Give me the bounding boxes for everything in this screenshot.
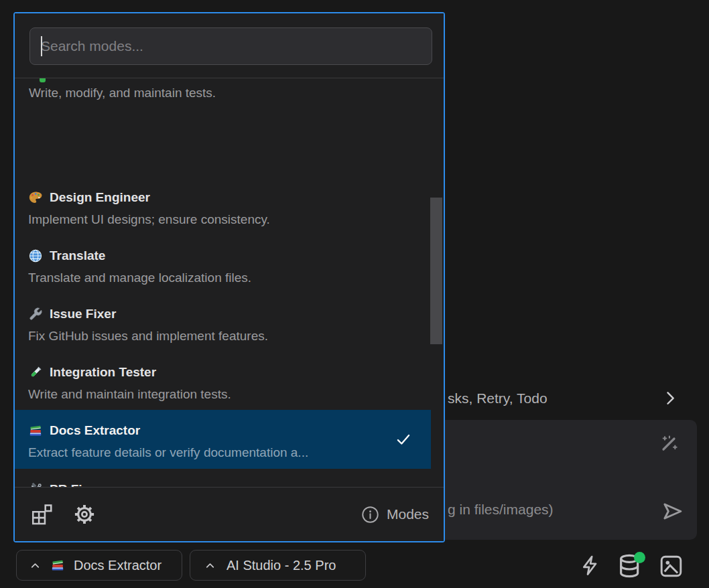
mode-item-issue-fixer[interactable]: Issue Fixer Fix GitHub issues and implem… [15,293,431,352]
send-icon[interactable] [660,499,685,524]
mode-list: Write, modify, and maintain tests. Desig… [15,78,444,490]
mode-description: Translate and manage localization files. [28,267,417,288]
books-icon [28,423,43,438]
info-icon[interactable] [361,506,379,524]
context-row-text: sks, Retry, Todo [448,390,547,407]
mode-name: Design Engineer [50,188,150,208]
chevron-up-icon [29,559,42,572]
mode-button-label: Docs Extractor [74,558,162,573]
books-icon [50,558,65,573]
modes-label: Modes [387,506,429,522]
mode-description: Implement UI designs; ensure consistency… [28,209,417,230]
mode-description: Write and maintain integration tests. [28,384,417,405]
globe-icon [28,248,43,263]
scrollbar-thumb[interactable] [430,198,442,344]
mode-name: Issue Fixer [50,304,116,324]
settings-gear-icon[interactable] [72,502,96,526]
mode-selector-button[interactable]: Docs Extractor [16,550,182,581]
chevron-right-icon[interactable] [661,388,680,407]
search-section [15,13,444,78]
text-caret [41,36,42,56]
mode-name: Translate [50,246,105,266]
mode-item-design-engineer[interactable]: Design Engineer Implement UI designs; en… [15,177,431,235]
mode-picker-dropdown: Write, modify, and maintain tests. Desig… [13,12,445,542]
auto-approve-bolt-icon[interactable] [579,554,602,577]
context-condense-row[interactable]: sks, Retry, Todo [448,388,697,409]
image-attach-icon[interactable] [658,553,684,579]
model-button-label: AI Studio - 2.5 Pro [227,558,336,573]
mode-item-partial-description: Write, modify, and maintain tests. [29,82,216,103]
chevron-up-icon [204,559,216,572]
screen: sks, Retry, Todo g in files/images) Docs… [0,0,709,588]
model-selector-button[interactable]: AI Studio - 2.5 Pro [190,550,366,581]
mode-description: Extract feature details or verify docume… [28,442,417,463]
mode-item-integration-tester[interactable]: Integration Tester Write and maintain in… [15,352,431,410]
chat-input-placeholder: g in files/images) [448,502,554,518]
mode-name: Docs Extractor [50,421,140,441]
mode-item-docs-extractor[interactable]: Docs Extractor Extract feature details o… [15,410,431,469]
palette-icon [28,190,43,205]
mode-description: Fix GitHub issues and implement features… [28,325,417,346]
enhance-prompt-wand-icon[interactable] [658,433,680,455]
mode-picker-footer: Modes [15,487,444,541]
marketplace-extensions-icon[interactable] [29,502,54,526]
mode-item-translate[interactable]: Translate Translate and manage localizat… [15,235,431,293]
mode-name: Integration Tester [50,362,156,382]
wrench-icon [28,307,43,321]
test-tube-icon [28,365,43,380]
chat-input-box[interactable]: g in files/images) [437,420,697,540]
checkmark-icon [395,431,412,448]
online-status-badge [634,552,645,563]
search-input[interactable] [29,27,432,65]
